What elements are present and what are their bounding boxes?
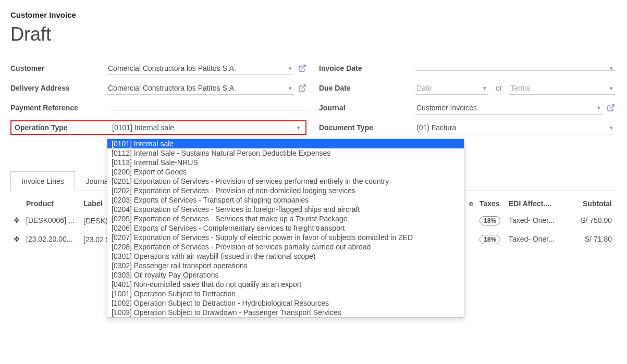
payment-reference-label: Payment Reference [10, 104, 107, 112]
due-date-terms-select[interactable]: Terms [509, 82, 615, 95]
customer-select[interactable]: Comercial Constructora los Patitos S.A. [107, 62, 294, 75]
operation-type-label: Operation Type [15, 123, 111, 132]
external-link-icon[interactable] [298, 84, 306, 92]
edi-affect-cell[interactable]: Taxed- Oner... [506, 212, 563, 231]
page-title: Customer Invoice [10, 10, 615, 19]
due-date-date-select[interactable]: Date [415, 82, 488, 95]
operation-type-option[interactable]: [0207] Exportation of Services - Supply … [107, 233, 464, 242]
drag-handle-icon[interactable]: ✥ [10, 231, 23, 249]
svg-line-0 [302, 65, 305, 69]
product-cell[interactable]: [23.02.20.00... [23, 231, 80, 249]
operation-type-option[interactable]: [0205] Exportation of Services - Service… [107, 214, 464, 223]
customer-label: Customer [10, 64, 107, 72]
operation-type-option[interactable]: [0113] Internal Sale-NRUS [107, 158, 464, 167]
operation-type-option[interactable]: [0206] Exports of Services - Complementa… [107, 223, 464, 233]
col-edi-affect: EDI Affect.... [506, 195, 563, 212]
operation-type-option[interactable]: [0112] Internal Sale - Sustains Natural … [107, 148, 464, 158]
payment-reference-input[interactable] [107, 106, 306, 110]
taxes-cell[interactable]: 18% [476, 212, 506, 231]
delivery-address-select[interactable]: Comercial Constructora los Patitos S.A. [107, 82, 294, 95]
external-link-icon[interactable] [298, 64, 306, 72]
operation-type-option[interactable]: [0203] Exports of Services - Transport o… [107, 195, 464, 205]
col-subtotal: Subtotal [563, 195, 615, 212]
operation-type-option[interactable]: [0200] Export of Goods [107, 167, 464, 177]
operation-type-option[interactable]: [0301] Operations with air waybill (issu… [107, 252, 464, 259]
operation-type-option[interactable]: [0208] Exportation of Services - Provisi… [107, 242, 464, 252]
tax-pill: 18% [480, 216, 500, 225]
due-date-or-text: or [496, 84, 502, 92]
product-cell[interactable]: [DESK0006] ... [23, 212, 80, 231]
invoice-date-input[interactable] [415, 66, 615, 71]
journal-select[interactable]: Customer Invoices [415, 102, 603, 115]
svg-line-2 [610, 105, 614, 108]
col-product: Product [23, 195, 80, 212]
due-date-label: Due Date [319, 84, 415, 92]
col-price-fragment: e [466, 195, 476, 212]
edi-affect-cell[interactable]: Taxed- Oner... [506, 231, 563, 249]
subtotal-cell: S/ 71.80 [563, 231, 615, 249]
external-link-icon[interactable] [607, 104, 615, 112]
operation-type-option[interactable]: [0201] Exportation of Services - Provisi… [107, 177, 464, 186]
delivery-address-label: Delivery Address [10, 84, 107, 92]
document-type-select[interactable]: (01) Factura [415, 121, 615, 134]
col-taxes: Taxes [476, 195, 506, 212]
tax-pill: 18% [480, 235, 500, 244]
operation-type-option[interactable]: [0202] Exportation of Services - Provisi… [107, 186, 464, 195]
operation-type-option[interactable]: [0204] Exportation of Services - Service… [107, 205, 464, 214]
invoice-date-label: Invoice Date [319, 64, 415, 72]
subtotal-cell: S/ 750.00 [563, 212, 615, 231]
operation-type-option[interactable]: [0101] Internal sale [107, 139, 464, 148]
operation-type-dropdown[interactable]: [0101] Internal sale[0112] Internal Sale… [107, 139, 464, 259]
svg-line-1 [302, 85, 305, 89]
document-type-label: Document Type [319, 123, 415, 132]
taxes-cell[interactable]: 18% [476, 231, 506, 249]
tab-invoice-lines[interactable]: Invoice Lines [10, 171, 75, 191]
invoice-status: Draft [10, 23, 615, 45]
operation-type-select[interactable]: [0101] Internal sale [111, 121, 302, 134]
journal-label: Journal [319, 104, 415, 112]
drag-handle-icon[interactable]: ✥ [10, 212, 23, 231]
